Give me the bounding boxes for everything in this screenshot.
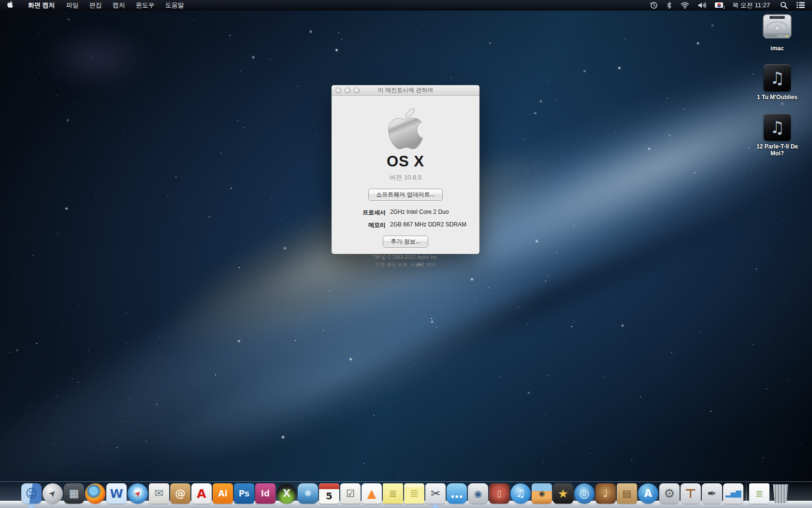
apple-menu[interactable] <box>0 0 22 10</box>
messages-dock-icon[interactable]: … <box>447 483 467 504</box>
memory-label: 메모리 <box>332 221 386 229</box>
time-machine-icon[interactable] <box>647 0 661 10</box>
acrobat-reader-dock-icon[interactable]: A <box>191 483 212 504</box>
star <box>581 264 582 265</box>
star <box>619 67 620 69</box>
desktop-item-imac-drive[interactable]: imac <box>749 14 805 52</box>
mail-dock-icon[interactable]: ✉ <box>149 483 169 504</box>
mission-control-dock-icon[interactable]: ▦ <box>64 483 84 504</box>
desktop-label: imac <box>770 45 783 52</box>
numbers-dock-icon[interactable]: ▂▅▇ <box>723 483 743 504</box>
star <box>420 36 420 37</box>
indesign-glyph: Id <box>261 490 270 498</box>
korean-input-flag-icon[interactable]: 2 <box>711 0 726 10</box>
star <box>103 187 104 188</box>
star <box>36 343 37 344</box>
notification-center-icon[interactable] <box>793 0 808 10</box>
app-store-dock-icon[interactable]: A <box>638 483 658 504</box>
photoshop-dock-icon[interactable]: Ps <box>234 483 254 504</box>
star <box>528 392 530 394</box>
blue-bag-app-dock-icon[interactable]: ❋ <box>298 483 318 504</box>
finder-dock-icon[interactable]: ☺ <box>21 483 42 504</box>
launchpad-dock-icon[interactable]: ➤ <box>43 483 63 504</box>
star <box>79 306 79 306</box>
photo-booth-dock-icon[interactable]: ▯ <box>489 483 509 504</box>
bluetooth-icon[interactable] <box>663 0 675 10</box>
stickies-dock-icon[interactable]: ≣ <box>383 483 403 504</box>
star <box>784 297 784 298</box>
facetime-dock-icon[interactable]: ◉ <box>468 483 488 504</box>
star <box>756 269 757 269</box>
desktop-item-audio-1[interactable]: ♫ 1 Tu M'Oublies <box>749 64 805 101</box>
imovie-dock-icon[interactable]: ★ <box>553 483 573 504</box>
star <box>522 191 522 192</box>
star <box>545 414 546 415</box>
desktop-icon-column: imac ♫ 1 Tu M'Oublies ♫ 12 Parle-T-Il De… <box>749 14 805 157</box>
calendar-dock-icon[interactable]: 5 <box>319 483 339 504</box>
star <box>16 350 18 351</box>
firefox-dock-icon[interactable] <box>85 483 105 504</box>
trash-dock-icon[interactable] <box>770 483 791 504</box>
grab-dock-icon[interactable]: ✂ <box>425 483 446 504</box>
vlc-dock-icon[interactable]: ▲ <box>362 483 382 504</box>
processor-value: 2GHz Intel Core 2 Duo <box>390 209 479 217</box>
star <box>543 462 544 463</box>
window-titlebar[interactable]: 이 매킨토시에 관하여 <box>332 85 479 96</box>
star <box>341 379 341 379</box>
audio-file-icon: ♫ <box>764 114 791 141</box>
star <box>694 172 695 173</box>
iphoto-dock-icon[interactable]: ◉ <box>532 483 552 504</box>
star <box>808 393 808 394</box>
menu-item-app[interactable]: 화면 캡처 <box>22 0 61 10</box>
desktop-item-audio-2[interactable]: ♫ 12 Parle-T-Il De Moi? <box>749 114 805 157</box>
star <box>640 396 641 397</box>
menu-item-help[interactable]: 도움말 <box>160 0 189 10</box>
star <box>809 270 810 271</box>
star <box>697 43 699 44</box>
star <box>181 176 181 176</box>
illustrator-glyph: Ai <box>218 490 228 498</box>
system-preferences-dock-icon[interactable]: ⚙ <box>659 483 680 504</box>
reminders-dock-icon[interactable]: ☑ <box>340 483 361 504</box>
menu-item-edit[interactable]: 편집 <box>84 0 107 10</box>
star <box>610 320 611 320</box>
menu-item-file[interactable]: 파일 <box>61 0 84 10</box>
star <box>323 330 324 331</box>
star <box>731 474 732 475</box>
indesign-dock-icon[interactable]: Id <box>255 483 276 504</box>
star <box>536 240 537 242</box>
star <box>92 300 93 301</box>
star <box>503 229 504 229</box>
spotlight-icon[interactable] <box>777 0 791 10</box>
keynote-glyph: ⊤ <box>685 487 696 500</box>
software-update-button[interactable]: 소프트웨어 업데이트... <box>368 189 442 201</box>
volume-icon[interactable] <box>695 0 710 10</box>
garageband-dock-icon[interactable]: ♩ <box>595 483 616 504</box>
star <box>219 19 219 19</box>
menu-item-capture[interactable]: 캡처 <box>107 0 130 10</box>
notes-dock-icon[interactable]: ≣ <box>404 483 424 504</box>
notes-glyph: ≣ <box>410 488 419 499</box>
calendar-day: 5 <box>326 490 333 502</box>
safari-dock-icon[interactable]: ➤ <box>128 483 148 504</box>
star <box>556 252 557 253</box>
menu-item-window[interactable]: 윈도우 <box>130 0 160 10</box>
w-app-dock-icon[interactable]: W <box>106 483 127 504</box>
keynote-dock-icon[interactable]: ⊤ <box>681 483 701 504</box>
star <box>304 235 304 236</box>
illustrator-dock-icon[interactable]: Ai <box>213 483 233 504</box>
menu-clock[interactable]: 목 오전 11:27 <box>728 1 775 10</box>
corkboard-app-dock-icon[interactable]: ▤ <box>617 483 637 504</box>
star <box>348 474 348 475</box>
itunes-dock-icon[interactable]: ♫ <box>510 483 531 504</box>
pages-dock-icon[interactable]: ✒ <box>702 483 722 504</box>
more-info-button[interactable]: 추가 정보... <box>383 236 428 248</box>
wifi-icon[interactable] <box>677 0 693 10</box>
idvd-dock-icon[interactable]: ◎ <box>574 483 594 504</box>
star <box>669 135 670 136</box>
documents-stack-dock-icon[interactable]: ≣ <box>749 483 769 504</box>
star <box>382 287 382 288</box>
star <box>238 341 240 342</box>
x-circle-app-dock-icon[interactable]: X <box>276 483 297 504</box>
address-book-dock-icon[interactable]: @ <box>170 483 190 504</box>
